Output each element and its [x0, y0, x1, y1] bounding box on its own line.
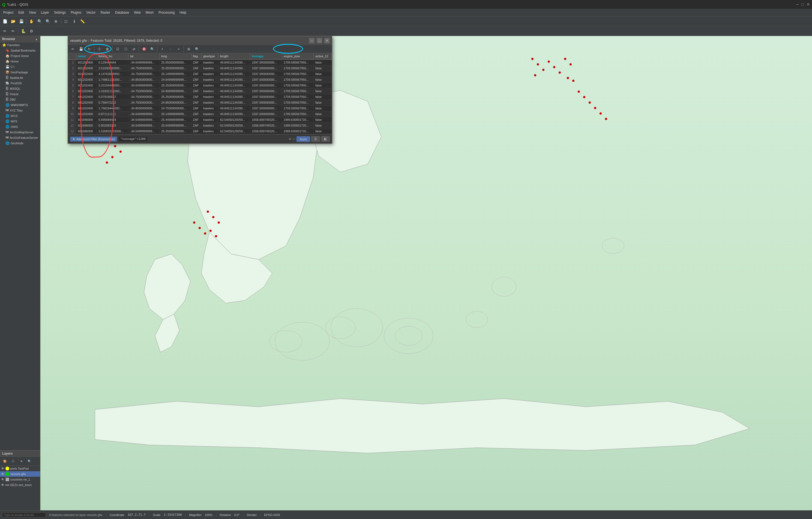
browser-item-mssql[interactable]: 🗄MSSQL [0, 86, 40, 91]
save-project-button[interactable]: 💾 [18, 18, 25, 25]
menu-item-mesh[interactable]: Mesh [143, 10, 156, 15]
zoom-to-selection-button[interactable]: 🔍 [148, 45, 156, 53]
col-fishing-ho[interactable]: fishing_ho [97, 53, 128, 59]
col-engine-pow[interactable]: engine_pow [282, 53, 313, 59]
browser-item-arcgisfeatureserver[interactable]: 🗺ArcGisFeatureServer [0, 135, 40, 140]
close-button[interactable]: ✕ [807, 2, 810, 6]
browser-item-spatialite[interactable]: 🗄SpatiaLite [0, 75, 40, 81]
map-area[interactable]: vessels gfw :: Features Total: 26165, Fi… [40, 36, 812, 510]
browser-item-postgis[interactable]: 🐘PostGIS [0, 81, 40, 86]
edit-button[interactable]: ✏ [1, 27, 9, 35]
new-field-button[interactable]: + [158, 45, 166, 53]
table-row[interactable]: 8 601202400 0.758472222 -34.7500000000..… [68, 100, 332, 106]
open-calculator-button[interactable]: = [175, 45, 182, 53]
zoom-in-button[interactable]: 🔍 [36, 18, 44, 25]
processing-button[interactable]: ⚙ [28, 27, 35, 35]
menu-item-layer[interactable]: Layer [39, 10, 51, 15]
menu-item-plugins[interactable]: Plugins [68, 10, 84, 15]
delete-field-button[interactable]: - [167, 45, 174, 53]
table-row[interactable]: 11 601686000 0.695694444 -34.5499999999.… [68, 117, 332, 123]
pan-button[interactable]: ✋ [28, 18, 35, 25]
browser-item-ows[interactable]: 🌐OWS [0, 124, 40, 129]
table-close-button[interactable]: ✕ [324, 38, 330, 44]
measure-button[interactable]: 📏 [79, 18, 86, 25]
browser-item-arcgismapserver[interactable]: 🗺ArcGisMapServer [0, 129, 40, 135]
browser-item-geonode[interactable]: 🌐GeoNode [0, 140, 40, 146]
invert-selection-button[interactable]: ⇄ [130, 45, 138, 53]
col-mmsi[interactable]: mmsi [76, 53, 97, 59]
browser-item-spatial-bookmarks[interactable]: 🔖Spatial Bookmarks [0, 48, 40, 53]
edit-table-button[interactable]: ✏ [69, 45, 77, 53]
table-row[interactable]: 10 601202400 0.871111111 -34.6499999999.… [68, 111, 332, 117]
menu-item-raster[interactable]: Raster [98, 10, 112, 15]
layer-visibility-icon[interactable]: 👁 [1, 483, 4, 487]
table-row[interactable]: 13 601686000 1.520833333000... -34.54999… [68, 128, 332, 134]
col-rownum[interactable] [68, 53, 76, 59]
save-edits-button[interactable]: 💾 [77, 45, 85, 53]
table-minimize-button[interactable]: ─ [309, 38, 315, 44]
table-row[interactable]: 1 601202400 0.129444444 -34.6499999999..… [68, 59, 332, 65]
menu-item-database[interactable]: Database [113, 10, 131, 15]
maximize-button[interactable]: □ [802, 2, 804, 6]
layer-visibility-icon[interactable]: 👁 [1, 467, 4, 470]
zoom-out-button[interactable]: 🔍 [44, 18, 52, 25]
browser-item-xyz-tiles[interactable]: 🗺XYZ Tiles [0, 108, 40, 113]
browser-item-oracle[interactable]: 🗄Oracle [0, 91, 40, 97]
browser-item-wfs[interactable]: 🌐WFS [0, 119, 40, 124]
table-row[interactable]: 7 601202400 0.079166667 -34.7500000000..… [68, 94, 332, 100]
layer-item-vessels-gfw[interactable]: 👁 vessels gfw [0, 471, 40, 477]
layer-item-eezs-eez_boun[interactable]: 👁 EEZs eez_boun [0, 482, 40, 488]
col-lat[interactable]: lat [128, 53, 160, 59]
layer-visibility-icon[interactable]: 👁 [1, 472, 4, 476]
zoom-full-button[interactable]: ⊕ [52, 18, 60, 25]
menu-item-web[interactable]: Web [132, 10, 143, 15]
filter-star-icon[interactable]: ☆ [292, 137, 295, 141]
col-geartype[interactable]: geartype [202, 53, 219, 59]
browser-item-db2[interactable]: 🗄DB2 [0, 97, 40, 102]
table-row[interactable]: 9 601202400 1.75819444000... -34.8500000… [68, 106, 332, 111]
menu-item-help[interactable]: Help [178, 10, 189, 15]
table-row[interactable]: 5 601202400 3.23194444000... -34.6499999… [68, 83, 332, 88]
table-row[interactable]: 12 601686000 0.902083333 -34.5499999999.… [68, 123, 332, 128]
menu-item-settings[interactable]: Settings [52, 10, 68, 15]
table-maximize-button[interactable]: □ [317, 38, 322, 44]
layer-item-countries-ne_1[interactable]: 👁 countries ne_1 [0, 477, 40, 482]
browser-item-project-home[interactable]: 🏠Project Home [0, 53, 40, 59]
select-button[interactable]: ◻ [62, 18, 70, 25]
col-tonnage[interactable]: tonnage [250, 53, 282, 59]
col-flag[interactable]: flag [191, 53, 202, 59]
search-button[interactable]: 🔍 [193, 45, 201, 53]
table-container[interactable]: mmsi fishing_ho lat long [68, 53, 332, 134]
table-row[interactable]: 2 601202400 2.51500000000... -34.7500000… [68, 65, 332, 71]
browser-item-wms/wmts[interactable]: 🌐WMS/WMTS [0, 102, 40, 108]
reload-table-button[interactable]: ↻ [85, 45, 93, 53]
table-row[interactable]: 6 601202400 1.01831111000... -34.7500000… [68, 88, 332, 94]
apply-filter-button[interactable]: Apply [296, 136, 310, 142]
filter-expression[interactable]: "tonnage">1200 [119, 137, 147, 141]
col-length[interactable]: length [219, 53, 250, 59]
menu-item-vector[interactable]: Vector [84, 10, 98, 15]
table-view-button[interactable]: ☰ [311, 136, 320, 142]
table-row[interactable]: 3 601202400 4.14763888900... -34.7500000… [68, 71, 332, 77]
col-long[interactable]: long [160, 53, 191, 59]
form-view-button[interactable]: ◧ [321, 136, 330, 142]
add-feature-button[interactable]: ➕ [95, 45, 103, 53]
table-row[interactable]: 4 601202400 1.74861111000... -34.8500000… [68, 77, 332, 83]
minimize-button[interactable]: ─ [796, 2, 799, 6]
locator-input[interactable] [2, 513, 46, 517]
open-layer-styles-button[interactable]: 🎨 [1, 457, 9, 465]
add-layer-button[interactable]: ➕ [9, 457, 17, 465]
remove-layer-button[interactable]: ✕ [18, 457, 25, 465]
python-button[interactable]: 🐍 [19, 27, 27, 35]
menu-item-view[interactable]: View [27, 10, 38, 15]
filter-layers-button[interactable]: 🔍 [26, 457, 33, 465]
menu-item-project[interactable]: Project [1, 10, 16, 15]
layer-visibility-icon[interactable]: 👁 [1, 478, 4, 481]
open-project-button[interactable]: 📂 [9, 18, 17, 25]
pan-to-feature-button[interactable]: 🎯 [140, 45, 148, 53]
browser-item-c:\[interactable]: 💾C:\ [0, 64, 40, 69]
browser-item-wcs[interactable]: 🌐WCS [0, 113, 40, 119]
identify-button[interactable]: ℹ [70, 18, 78, 25]
select-all-button[interactable]: ☑ [114, 45, 121, 53]
col-active-12[interactable]: active_12 [314, 53, 332, 59]
